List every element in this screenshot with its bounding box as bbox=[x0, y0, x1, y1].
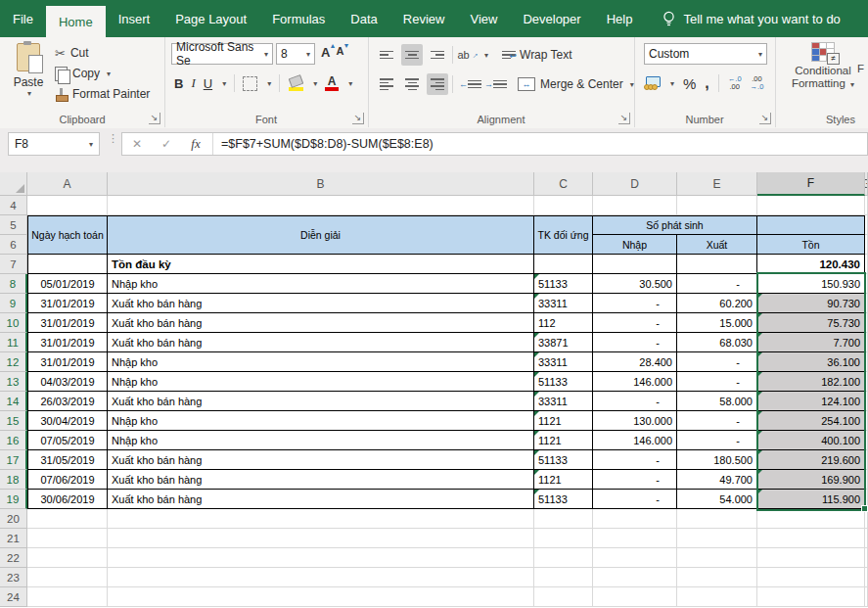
cell-F19[interactable]: 115.900 bbox=[757, 490, 865, 509]
cell-D10[interactable]: - bbox=[593, 313, 677, 333]
cell-A23[interactable] bbox=[27, 568, 108, 587]
underline-dropdown-arrow[interactable]: ▾ bbox=[222, 79, 226, 88]
increase-font-size-button[interactable]: A▲ bbox=[321, 45, 330, 60]
cell-F16[interactable]: 400.100 bbox=[757, 431, 865, 450]
cell-B19[interactable]: Xuất kho bán hàng bbox=[108, 490, 534, 509]
number-format-select[interactable]: Custom ▾ bbox=[644, 43, 767, 65]
number-format-dropdown-arrow[interactable]: ▾ bbox=[758, 50, 762, 59]
increase-indent-button[interactable]: → bbox=[482, 73, 504, 95]
cell-F17[interactable]: 219.600 bbox=[757, 450, 865, 470]
column-header-C[interactable]: C bbox=[534, 172, 593, 196]
cell-E19[interactable]: 54.000 bbox=[677, 490, 757, 509]
cell-B10[interactable]: Xuất kho bán hàng bbox=[108, 313, 534, 333]
cell-D20[interactable] bbox=[593, 509, 677, 529]
row-header-20[interactable]: 20 bbox=[0, 509, 27, 529]
cell-B21[interactable] bbox=[108, 529, 534, 548]
column-header-D[interactable]: D bbox=[593, 172, 677, 196]
cell-E7[interactable] bbox=[677, 255, 757, 274]
cell-F15[interactable]: 254.100 bbox=[757, 411, 865, 431]
tab-formulas[interactable]: Formulas bbox=[259, 0, 338, 37]
select-all-corner[interactable] bbox=[0, 172, 27, 196]
paste-dropdown-arrow[interactable]: ▾ bbox=[27, 89, 31, 98]
tab-home[interactable]: Home bbox=[46, 6, 106, 37]
cell-A10[interactable]: 31/01/2019 bbox=[27, 313, 108, 333]
orientation-button[interactable]: ab→ bbox=[457, 44, 479, 66]
row-header-17[interactable]: 17 bbox=[0, 450, 27, 470]
cell-D19[interactable]: - bbox=[593, 490, 677, 509]
cell-A20[interactable] bbox=[27, 509, 108, 529]
font-size-dropdown-arrow[interactable]: ▾ bbox=[306, 50, 310, 59]
cell-C4[interactable] bbox=[534, 196, 593, 215]
table-header-cell[interactable]: Diễn giải bbox=[108, 215, 534, 255]
cell-C13[interactable]: 51133 bbox=[534, 372, 593, 392]
bold-button[interactable]: B bbox=[174, 76, 183, 91]
row-header-8[interactable]: 8 bbox=[0, 274, 27, 294]
column-header-F[interactable]: F bbox=[757, 172, 865, 196]
tab-review[interactable]: Review bbox=[390, 0, 458, 37]
cell-C16[interactable]: 1121 bbox=[534, 431, 593, 450]
cell-F14[interactable]: 124.100 bbox=[757, 392, 865, 411]
cell-F11[interactable]: 7.700 bbox=[757, 333, 865, 352]
accounting-format-icon[interactable] bbox=[644, 76, 660, 90]
cut-button[interactable]: ✂ Cut bbox=[55, 45, 150, 61]
fill-handle[interactable] bbox=[861, 505, 868, 512]
accounting-dropdown-arrow[interactable]: ▾ bbox=[670, 79, 674, 88]
cell-E20[interactable] bbox=[677, 509, 757, 529]
cell-A18[interactable]: 07/06/2019 bbox=[27, 470, 108, 490]
cell-E22[interactable] bbox=[677, 548, 757, 568]
format-as-table-label-cut[interactable]: F bbox=[857, 63, 864, 74]
conditional-formatting-dropdown-arrow[interactable]: ▾ bbox=[850, 80, 854, 89]
cell-A16[interactable]: 07/05/2019 bbox=[27, 431, 108, 450]
cell-B9[interactable]: Xuất kho bán hàng bbox=[108, 294, 534, 313]
cell-C18[interactable]: 1121 bbox=[534, 470, 593, 490]
cell-E18[interactable]: 49.700 bbox=[677, 470, 757, 490]
cell-B8[interactable]: Nhập kho bbox=[108, 274, 534, 294]
cell-B22[interactable] bbox=[108, 548, 534, 568]
font-size-select[interactable]: 8 ▾ bbox=[276, 43, 315, 65]
cell-C9[interactable]: 33311 bbox=[534, 294, 593, 313]
format-painter-button[interactable]: Format Painter bbox=[55, 86, 150, 102]
cell-F24[interactable] bbox=[757, 587, 865, 607]
cell-C11[interactable]: 33871 bbox=[534, 333, 593, 352]
cell-E12[interactable]: - bbox=[677, 352, 757, 372]
cell-A12[interactable]: 31/01/2019 bbox=[27, 352, 108, 372]
font-color-dropdown-arrow[interactable]: ▾ bbox=[348, 79, 352, 88]
cell-E9[interactable]: 60.200 bbox=[677, 294, 757, 313]
decrease-font-size-button[interactable]: A▼ bbox=[336, 45, 343, 60]
row-header-4[interactable]: 4 bbox=[0, 196, 27, 215]
tab-file[interactable]: File bbox=[0, 0, 46, 37]
cell-D23[interactable] bbox=[593, 568, 677, 587]
align-right-button[interactable] bbox=[427, 73, 448, 95]
align-bottom-button[interactable] bbox=[427, 44, 448, 66]
percent-style-button[interactable]: % bbox=[683, 75, 696, 92]
underline-button[interactable]: U bbox=[204, 76, 212, 91]
cell-C10[interactable]: 112 bbox=[534, 313, 593, 333]
cell-C17[interactable]: 51133 bbox=[534, 450, 593, 470]
formula-input[interactable]: =$F$7+SUM($D$8:D8)-SUM($E$8:E8) bbox=[215, 137, 434, 151]
table-header-cell[interactable]: TK đối ứng bbox=[534, 215, 593, 255]
italic-button[interactable]: I bbox=[191, 75, 195, 91]
row-header-24[interactable]: 24 bbox=[0, 587, 27, 607]
cell-D14[interactable]: - bbox=[593, 392, 677, 411]
cell-C8[interactable]: 51133 bbox=[534, 274, 593, 294]
align-center-button[interactable] bbox=[401, 73, 423, 95]
cell-F12[interactable]: 36.100 bbox=[757, 352, 865, 372]
cell-B17[interactable]: Xuất kho bán hàng bbox=[108, 450, 534, 470]
cell-A7[interactable] bbox=[27, 255, 108, 274]
row-header-6[interactable]: 6 bbox=[0, 235, 27, 255]
conditional-formatting-button[interactable]: ≠ Conditional Formatting ▾ bbox=[789, 42, 857, 91]
comma-style-button[interactable]: , bbox=[705, 79, 708, 87]
alignment-dialog-launcher[interactable]: ↘ bbox=[618, 113, 630, 124]
increase-decimal-button[interactable]: ←.0.00 bbox=[728, 75, 742, 91]
cell-A15[interactable]: 30/04/2019 bbox=[27, 411, 108, 431]
cell-B20[interactable] bbox=[108, 509, 534, 529]
cell-B14[interactable]: Xuất kho bán hàng bbox=[108, 392, 534, 411]
borders-dropdown-arrow[interactable]: ▾ bbox=[267, 79, 271, 88]
copy-dropdown-arrow[interactable]: ▾ bbox=[107, 70, 111, 78]
cell-C23[interactable] bbox=[534, 568, 593, 587]
cell-B23[interactable] bbox=[108, 568, 534, 587]
table-header-cell[interactable]: Xuất bbox=[677, 235, 757, 255]
cell-A19[interactable]: 30/06/2019 bbox=[27, 490, 108, 509]
cell-E17[interactable]: 180.500 bbox=[677, 450, 757, 470]
cell-A4[interactable] bbox=[27, 196, 108, 215]
